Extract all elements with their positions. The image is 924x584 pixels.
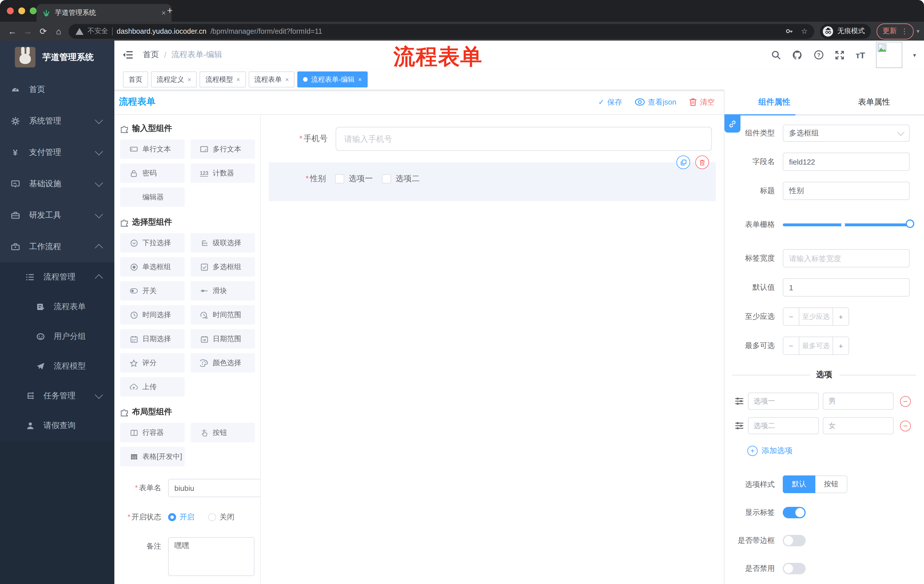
tab-component-props[interactable]: 组件属性 xyxy=(724,90,824,114)
delete-component-icon[interactable] xyxy=(695,155,709,169)
component-counter[interactable]: 123计数器 xyxy=(190,163,255,183)
hamburger-icon[interactable] xyxy=(122,50,133,59)
window-controls[interactable] xyxy=(7,7,36,14)
sidebar-logo[interactable]: 芋道管理系统 xyxy=(0,41,114,74)
slider-handle[interactable] xyxy=(906,219,914,228)
component-type-select[interactable]: 多选框组 xyxy=(783,125,910,142)
component-color-picker[interactable]: 颜色选择 xyxy=(190,353,255,373)
tab-close-icon[interactable]: × xyxy=(162,8,166,17)
browser-update-button[interactable]: 更新 ⋮ xyxy=(877,23,914,39)
tag-process-definition[interactable]: 流程定义× xyxy=(151,71,197,87)
component-date-range[interactable]: 日期范围 xyxy=(190,329,255,349)
label-width-input[interactable] xyxy=(783,249,910,267)
component-button[interactable]: 按钮 xyxy=(190,423,255,442)
tag-process-model[interactable]: 流程模型× xyxy=(200,71,246,87)
status-off-radio[interactable]: 关闭 xyxy=(208,512,234,522)
remove-option-icon[interactable]: − xyxy=(900,396,911,406)
form-remark-textarea[interactable]: 嘿嘿 xyxy=(168,537,254,576)
component-multi-text[interactable]: 多行文本 xyxy=(190,140,255,159)
border-toggle[interactable] xyxy=(783,535,806,546)
drag-handle-icon[interactable] xyxy=(735,421,744,430)
new-tab-button[interactable]: + xyxy=(167,5,173,16)
sidebar-item-devtools[interactable]: 研发工具 xyxy=(0,199,114,231)
reload-icon[interactable]: ⟳ xyxy=(35,26,51,36)
style-default-button[interactable]: 默认 xyxy=(783,475,815,493)
sidebar-item-infra[interactable]: 基础设施 xyxy=(0,168,114,199)
minimize-window-button[interactable] xyxy=(18,7,25,14)
form-grid-slider[interactable] xyxy=(783,216,910,233)
clear-button[interactable]: 清空 xyxy=(689,97,715,107)
tag-process-form-edit[interactable]: 流程表单-编辑× xyxy=(298,71,368,87)
component-slider[interactable]: 滑块 xyxy=(190,281,255,301)
component-checkbox-group[interactable]: 多选框组 xyxy=(190,257,255,276)
tag-home[interactable]: 首页 xyxy=(123,71,148,87)
slider-track[interactable] xyxy=(783,223,910,226)
radio-on-icon[interactable] xyxy=(168,513,176,521)
back-icon[interactable]: ← xyxy=(5,26,20,36)
selected-component-gender[interactable]: *性别 选项一 选项二 xyxy=(269,162,716,201)
drag-handle-icon[interactable] xyxy=(735,396,744,406)
tag-close-icon[interactable]: × xyxy=(188,76,191,83)
min-select-input[interactable] xyxy=(799,308,833,325)
status-on-radio[interactable]: 开启 xyxy=(168,512,195,522)
sidebar-item-process-form[interactable]: 流程表单 xyxy=(0,292,114,322)
sidebar-item-leave-query[interactable]: 请假查询 xyxy=(0,411,114,441)
search-icon[interactable] xyxy=(772,50,781,60)
close-window-button[interactable] xyxy=(7,7,14,14)
link-toggle-button[interactable] xyxy=(724,115,741,133)
component-rate[interactable]: 评分 xyxy=(120,353,185,373)
sidebar-item-task-mgmt[interactable]: 任务管理 xyxy=(0,381,114,411)
tag-close-icon[interactable]: × xyxy=(236,76,240,83)
sidebar-item-payment[interactable]: ¥ 支付管理 xyxy=(0,137,114,168)
form-name-input[interactable] xyxy=(168,479,261,497)
component-editor[interactable]: 编辑器 xyxy=(120,188,185,207)
sidebar-item-workflow[interactable]: 工作流程 xyxy=(0,231,114,262)
github-icon[interactable] xyxy=(792,49,803,60)
fullscreen-icon[interactable] xyxy=(835,50,845,60)
remove-option-icon[interactable]: − xyxy=(900,420,911,431)
forward-icon[interactable]: → xyxy=(20,26,35,36)
checkbox-option1[interactable] xyxy=(335,174,344,183)
tab-form-props[interactable]: 表单属性 xyxy=(824,90,924,114)
phone-input[interactable] xyxy=(336,127,712,151)
address-bar[interactable]: 不安全 dashboard.yudao.iocoder.cn/bpm/manag… xyxy=(69,24,815,39)
help-icon[interactable]: ? xyxy=(814,50,824,60)
chrome-caret-icon[interactable]: ▾ xyxy=(917,28,919,34)
component-password[interactable]: 密码 xyxy=(120,163,185,183)
phone-field-row[interactable]: *手机号 xyxy=(261,127,724,151)
component-single-text[interactable]: 单行文本 xyxy=(120,140,185,159)
default-value-input[interactable] xyxy=(783,278,910,296)
component-table[interactable]: 表格[开发中] xyxy=(120,447,185,466)
sidebar-item-home[interactable]: 首页 xyxy=(0,74,114,105)
component-row-container[interactable]: 行容器 xyxy=(120,423,185,442)
option-label-input[interactable] xyxy=(748,393,819,410)
save-button[interactable]: ✓保存 xyxy=(598,97,622,107)
increment-button[interactable]: + xyxy=(833,337,848,354)
option-value-input[interactable] xyxy=(823,417,894,434)
decrement-button[interactable]: − xyxy=(783,337,799,354)
bookmark-star-icon[interactable]: ☆ xyxy=(801,27,808,35)
checkbox-option2[interactable] xyxy=(382,174,391,183)
component-time-range[interactable]: 时间范围 xyxy=(190,305,255,324)
decrement-button[interactable]: − xyxy=(783,308,799,325)
browser-menu-dots-icon[interactable]: ⋮ xyxy=(901,27,908,35)
field-name-input[interactable] xyxy=(783,153,910,171)
browser-tab[interactable]: 芋道管理系统 × xyxy=(36,4,172,22)
component-select[interactable]: 下拉选择 xyxy=(120,233,185,253)
sidebar-item-process-mgmt[interactable]: 流程管理 xyxy=(0,262,114,292)
password-key-icon[interactable] xyxy=(785,27,794,35)
component-radio-group[interactable]: 单选框组 xyxy=(120,257,185,276)
sidebar-item-user-group[interactable]: 用户分组 xyxy=(0,322,114,351)
sidebar-item-process-model[interactable]: 流程模型 xyxy=(0,351,114,381)
breadcrumb-home[interactable]: 首页 xyxy=(143,50,159,60)
component-cascader[interactable]: 级联选择 xyxy=(190,233,255,253)
add-option-button[interactable]: + 添加选项 xyxy=(747,446,924,456)
option-value-input[interactable] xyxy=(823,393,894,410)
radio-off-icon[interactable] xyxy=(208,513,216,521)
max-select-input[interactable] xyxy=(799,337,833,354)
increment-button[interactable]: + xyxy=(833,308,848,325)
tag-process-form[interactable]: 流程表单× xyxy=(249,71,295,87)
component-upload[interactable]: 上传 xyxy=(120,377,185,396)
avatar[interactable] xyxy=(876,42,902,68)
tag-close-icon[interactable]: × xyxy=(358,76,362,83)
